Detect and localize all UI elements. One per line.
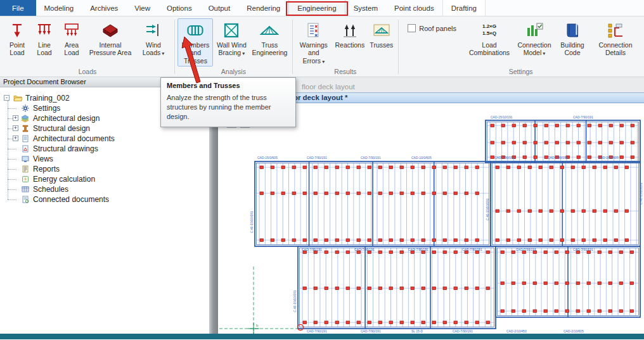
tree-item-label: Schedules xyxy=(33,184,68,194)
checkbox-box-icon xyxy=(408,24,416,32)
tab-output[interactable]: Output xyxy=(200,0,239,16)
building-code-icon xyxy=(564,21,581,40)
tree-item-energy-calculation[interactable]: Energy calculation xyxy=(0,174,209,184)
truss-engineering-button[interactable]: Truss Engineering xyxy=(250,18,289,64)
svg-text:SL 15-D: SL 15-D xyxy=(411,329,423,333)
dropdown-arrow-icon: ▾ xyxy=(322,59,325,65)
load-combinations-button[interactable]: 1.2×G1.5×Q Load Combinations xyxy=(465,18,514,64)
line-load-button[interactable]: Line Load xyxy=(31,18,58,64)
svg-text:CAD-7/90/191: CAD-7/90/191 xyxy=(307,329,327,333)
tree-item-architectural-documents[interactable]: + Architectural documents xyxy=(0,134,209,144)
expand-toggle[interactable]: + xyxy=(13,125,18,131)
monitor-icon xyxy=(20,155,30,163)
button-label: Point Load xyxy=(10,41,25,56)
svg-text:CAD-7/90/191: CAD-7/90/191 xyxy=(307,156,327,160)
document-icon xyxy=(20,135,30,143)
svg-text:CAD-7/90/191: CAD-7/90/191 xyxy=(494,156,515,160)
ribbon-tab-bar: File Modeling Archives View Options Outp… xyxy=(0,0,644,16)
internal-pressure-area-icon xyxy=(101,21,119,40)
tree-item-label: Settings xyxy=(33,103,60,113)
tooltip-title: Members and Trusses xyxy=(167,82,290,89)
reactions-button[interactable]: Reactions xyxy=(332,18,368,64)
members-and-trusses-button[interactable]: Members and Trusses xyxy=(177,18,213,66)
members-and-trusses-icon xyxy=(186,21,204,40)
svg-text:C.40-15/10/191: C.40-15/10/191 xyxy=(486,198,489,220)
svg-text:CAD-7/90/191: CAD-7/90/191 xyxy=(573,115,593,119)
svg-text:CAD-7/90/191: CAD-7/90/191 xyxy=(302,248,322,251)
ribbon-group-loads: Point Load Line Load Area Load xyxy=(1,17,174,77)
group-label-results: Results xyxy=(293,67,397,77)
svg-text:b: b xyxy=(256,324,259,327)
connection-details-button[interactable]: Connection Details xyxy=(591,18,640,64)
tree-item-reports[interactable]: Reports xyxy=(0,164,209,174)
tree-item-schedules[interactable]: Schedules xyxy=(0,184,209,194)
area-load-button[interactable]: Area Load xyxy=(58,18,85,64)
ribbon: Point Load Line Load Area Load xyxy=(0,16,644,77)
folder-icon xyxy=(13,94,22,103)
load-combinations-icon: 1.2×G1.5×Q xyxy=(482,21,496,40)
expand-toggle[interactable]: + xyxy=(13,115,18,121)
tree-item-connected-documents[interactable]: Connected documents xyxy=(0,194,209,205)
building-code-button[interactable]: Building Code xyxy=(555,18,590,64)
wall-wind-bracing-button[interactable]: Wall Wind Bracing▾ xyxy=(214,18,249,64)
tree-item-label: Structural design xyxy=(33,123,90,134)
button-label: Internal Pressure Area xyxy=(89,41,132,56)
button-label: Connection Details xyxy=(598,41,632,56)
dropdown-arrow-icon: ▾ xyxy=(162,51,164,56)
button-label: Area Load xyxy=(64,41,79,56)
tab-options[interactable]: Options xyxy=(158,0,200,16)
tree-item-label: Architectural design xyxy=(33,113,100,123)
connection-details-icon xyxy=(607,21,624,40)
button-label: Load Combinations xyxy=(469,41,510,56)
drawing-canvas[interactable]: CAD-15/0/605CAD-7/90/191CAD-7/90/191CAD-… xyxy=(218,103,644,334)
ribbon-group-analysis: Members and Trusses Wall Wind Bracing▾ T… xyxy=(175,17,292,77)
area-load-icon xyxy=(63,21,80,40)
checkbox-label: Roof panels xyxy=(419,25,456,32)
svg-text:CAD-7/90/191: CAD-7/90/191 xyxy=(453,329,473,333)
tab-engineering-label: Engineering xyxy=(297,4,336,12)
tree-item-label: Training_002 xyxy=(25,93,70,103)
tab-view[interactable]: View xyxy=(126,0,158,16)
members-and-trusses-tooltip: Members and Trusses Analyze the strength… xyxy=(160,77,296,127)
internal-pressure-area-button[interactable]: Internal Pressure Area xyxy=(86,18,135,64)
layers-icon xyxy=(20,115,30,123)
wind-loads-button[interactable]: Wind Loads▾ xyxy=(136,18,171,64)
floor-plan-drawing[interactable]: CAD-15/0/605CAD-7/90/191CAD-7/90/191CAD-… xyxy=(218,103,644,334)
svg-text:CAD-15/0/605: CAD-15/0/605 xyxy=(257,156,278,160)
svg-text:C.40-15/10/191: C.40-15/10/191 xyxy=(293,290,297,312)
tree-item-views[interactable]: Views xyxy=(0,154,209,164)
tab-modeling[interactable]: Modeling xyxy=(36,0,82,16)
svg-text:C.40-15/10/191: C.40-15/10/191 xyxy=(250,211,254,233)
connection-model-button[interactable]: Connection Model▾ xyxy=(515,18,554,64)
svg-text:CAD-2/10/605: CAD-2/10/605 xyxy=(598,156,619,160)
group-label-settings: Settings xyxy=(399,67,643,77)
tree-item-structural-drawings[interactable]: Structural drawings xyxy=(0,144,209,154)
energy-icon xyxy=(20,175,30,184)
tab-archives[interactable]: Archives xyxy=(82,0,126,16)
expand-toggle[interactable]: + xyxy=(13,135,18,141)
button-label: Connection Model xyxy=(517,41,551,56)
svg-text:CAD-10/0/605: CAD-10/0/605 xyxy=(411,156,432,160)
button-label: Members and Trusses xyxy=(182,41,210,65)
tab-rendering[interactable]: Rendering xyxy=(238,0,288,16)
tab-engineering[interactable]: Engineering xyxy=(288,0,345,16)
button-label: Line Load xyxy=(37,41,51,56)
svg-text:CAD-7/90/191: CAD-7/90/191 xyxy=(516,248,536,251)
tab-file[interactable]: File xyxy=(0,0,36,16)
warnings-and-errors-button[interactable]: Warnings and Errors▾ xyxy=(296,18,332,66)
dropdown-arrow-icon: ▾ xyxy=(242,51,245,56)
svg-text:CAD-7/90/191: CAD-7/90/191 xyxy=(361,329,381,333)
tab-point-clouds[interactable]: Point clouds xyxy=(386,0,442,16)
point-load-icon xyxy=(9,21,25,40)
tab-drafting[interactable]: Drafting xyxy=(442,0,486,16)
beam-icon xyxy=(20,125,30,133)
tooltip-body: Analyze the strength of the truss struct… xyxy=(167,93,290,122)
roof-panels-checkbox[interactable]: Roof panels xyxy=(408,24,456,32)
tree-item-label: Views xyxy=(33,154,53,164)
trusses-button[interactable]: Trusses xyxy=(368,18,395,64)
point-load-button[interactable]: Point Load xyxy=(4,18,30,64)
collapse-toggle[interactable]: - xyxy=(4,95,10,101)
button-label: Wind Loads xyxy=(143,41,161,56)
tab-system[interactable]: System xyxy=(345,0,386,16)
group-label-loads: Loads xyxy=(1,67,174,77)
